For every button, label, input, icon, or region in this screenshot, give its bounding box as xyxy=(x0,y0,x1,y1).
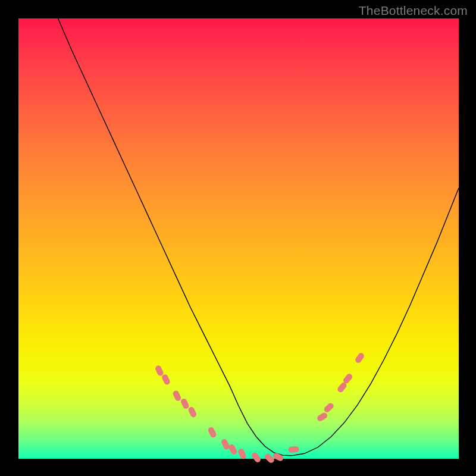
chart-plot-area xyxy=(18,18,459,459)
curve-marker xyxy=(316,412,328,422)
curve-marker xyxy=(220,438,230,450)
curve-marker xyxy=(288,446,299,453)
curve-marker xyxy=(161,374,171,386)
curve-marker xyxy=(354,352,365,364)
bottleneck-curve xyxy=(58,18,459,456)
watermark-text: TheBottleneck.com xyxy=(359,4,468,18)
marker-group xyxy=(154,352,365,464)
curve-marker xyxy=(172,390,182,402)
chart-svg xyxy=(18,18,459,459)
curve-marker xyxy=(228,443,238,456)
curve-marker xyxy=(154,365,164,377)
curve-marker xyxy=(207,426,217,439)
curve-marker xyxy=(250,452,262,464)
curve-marker xyxy=(323,402,335,414)
curve-marker xyxy=(187,406,198,418)
curve-marker xyxy=(180,397,190,410)
curve-marker xyxy=(237,448,248,461)
curve-marker xyxy=(264,453,275,464)
